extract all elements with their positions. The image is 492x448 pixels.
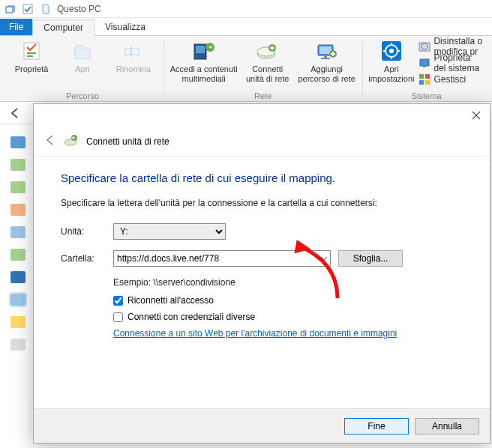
cmd-settings-label: Apri impostazioni <box>368 64 414 83</box>
tab-computer[interactable]: Computer <box>32 19 94 36</box>
cmd-open: Apri <box>58 37 106 74</box>
drive-label: Unità: <box>61 226 106 237</box>
group-location-label: Percorso <box>8 90 158 102</box>
settings-icon <box>380 39 404 63</box>
cmd-open-label: Apri <box>75 64 90 74</box>
svg-rect-37 <box>425 80 430 85</box>
cmd-properties-label: Proprietà <box>15 64 49 74</box>
sysprops-icon <box>418 57 430 69</box>
qat-restore-icon[interactable] <box>3 2 16 16</box>
cmd-rename-label: Rinomina <box>116 64 151 74</box>
svg-rect-5 <box>75 48 90 58</box>
svg-rect-7 <box>130 46 132 57</box>
svg-rect-32 <box>420 59 429 66</box>
diff-creds-label: Connetti con credenziali diverse <box>128 312 255 322</box>
ribbon: Proprietà Apri Rinomina Percorso <box>0 36 492 102</box>
svg-rect-0 <box>6 7 13 13</box>
folder-input[interactable] <box>113 250 331 267</box>
cmd-sysprops-label: Proprietà del sistema <box>434 52 483 73</box>
svg-rect-34 <box>419 74 424 79</box>
uninstall-icon <box>418 40 430 52</box>
browse-button[interactable]: Sfoglia... <box>338 250 403 267</box>
group-network-label: Rete <box>170 90 356 102</box>
svg-rect-22 <box>331 53 335 55</box>
dialog-heading: Specificare la cartella di rete di cui e… <box>61 172 463 184</box>
manage-icon <box>418 73 430 85</box>
cmd-manage-label: Gestisci <box>434 74 466 85</box>
svg-rect-19 <box>321 58 330 59</box>
sidebar-strip <box>0 126 33 448</box>
window-title: Questo PC <box>57 4 101 14</box>
cancel-button[interactable]: Annulla <box>415 418 479 435</box>
folder-example: Esempio: \\server\condivisione <box>113 277 463 288</box>
svg-rect-1 <box>23 4 32 13</box>
cmd-media-label: Accedi a contenuti multimediali <box>170 64 238 83</box>
svg-rect-3 <box>27 52 36 54</box>
tab-file[interactable]: File <box>0 19 32 35</box>
finish-button[interactable]: Fine <box>344 418 409 435</box>
cmd-manage[interactable]: Gestisci <box>417 72 484 87</box>
media-icon <box>192 39 216 63</box>
ribbon-tabstrip: File Computer Visualizza <box>0 18 492 36</box>
open-icon <box>70 39 94 63</box>
dialog-title: Connetti unità di rete <box>86 136 170 147</box>
cmd-rename: Rinomina <box>110 37 158 74</box>
svg-rect-18 <box>324 55 327 58</box>
nav-back-button[interactable] <box>6 104 24 122</box>
svg-rect-33 <box>423 66 426 67</box>
svg-rect-9 <box>196 46 205 53</box>
map-drive-dialog: Connetti unità di rete Specificare la ca… <box>33 103 490 444</box>
qat-check-icon[interactable] <box>21 2 34 16</box>
tab-view[interactable]: Visualizza <box>94 19 156 35</box>
cmd-media-access[interactable]: Accedi a contenuti multimediali <box>170 37 238 83</box>
properties-icon <box>20 39 44 63</box>
cmd-add-netloc[interactable]: Aggiungi percorso di rete <box>298 37 356 83</box>
documents-link[interactable]: Connessione a un sito Web per l'archivia… <box>113 328 397 339</box>
svg-rect-15 <box>270 47 274 49</box>
reconnect-checkbox[interactable] <box>113 296 123 306</box>
cmd-properties[interactable]: Proprietà <box>8 37 56 74</box>
drive-select[interactable]: Y: <box>113 223 226 240</box>
svg-rect-4 <box>27 55 33 57</box>
map-drive-icon <box>256 39 280 63</box>
cmd-uninstall[interactable]: Disinstalla o modifica pr <box>417 39 484 54</box>
dialog-subheading: Specificare la lettera dell'unità per la… <box>61 198 463 208</box>
cmd-map-drive[interactable]: Connetti unità di rete <box>241 37 295 83</box>
svg-rect-36 <box>419 80 424 85</box>
title-bar: Questo PC <box>0 0 492 18</box>
qat-page-icon[interactable] <box>39 2 52 16</box>
cmd-open-settings[interactable]: Apri impostazioni <box>368 37 414 83</box>
svg-rect-35 <box>425 74 430 79</box>
cmd-sysprops[interactable]: Proprietà del sistema <box>417 55 484 70</box>
add-netloc-icon <box>315 39 339 63</box>
folder-label: Cartella: <box>61 253 106 264</box>
rename-icon <box>122 39 146 63</box>
cmd-add-netloc-label: Aggiungi percorso di rete <box>298 64 355 83</box>
diff-creds-checkbox[interactable] <box>113 312 123 322</box>
dialog-back-button[interactable] <box>44 134 56 148</box>
cmd-map-drive-label: Connetti unità di rete <box>246 64 289 83</box>
dialog-icon <box>64 133 79 150</box>
reconnect-label: Riconnetti all'accesso <box>128 295 214 306</box>
svg-point-25 <box>389 49 394 53</box>
group-system-label: Sistema <box>368 90 484 102</box>
dialog-close-button[interactable] <box>469 108 484 123</box>
